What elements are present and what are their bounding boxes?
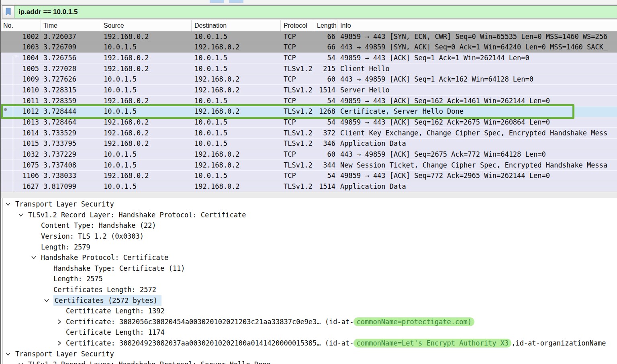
cell-length: 215: [314, 63, 337, 74]
detail-row[interactable]: Handshake Protocol: Certificate: [1, 252, 617, 263]
collapse-arrow-icon[interactable]: [5, 351, 11, 357]
detail-row[interactable]: Certificates (2572 bytes): [1, 295, 617, 306]
detail-row[interactable]: Version: TLS 1.2 (0x0303): [1, 231, 617, 242]
detail-row[interactable]: Transport Layer Security: [1, 199, 617, 210]
cell-source: 10.0.1.5: [101, 74, 192, 85]
collapse-arrow-icon[interactable]: [5, 201, 11, 207]
cell-info: 443 → 49859 [SYN, ACK] Seq=0 Ack=1 Win=6…: [337, 42, 617, 53]
packet-row-1015[interactable]: 10153.733795192.168.0.210.0.1.5TLSv1.234…: [1, 139, 617, 149]
detail-row[interactable]: Certificate Length: 1392: [1, 306, 617, 317]
collapse-arrow-icon[interactable]: [43, 297, 50, 304]
expand-arrow-icon[interactable]: [56, 319, 63, 325]
display-filter-bar: ip.addr == 10.0.1.5: [1, 4, 617, 20]
packet-list-pane: No. Time Source Destination Protocol Len…: [1, 20, 617, 192]
packet-row-1010[interactable]: 10103.72831510.0.1.5192.168.0.2TLSv1.215…: [1, 85, 617, 96]
detail-row[interactable]: TLSv1.2 Record Layer: Handshake Protocol…: [1, 210, 617, 221]
cell-no: 1014: [1, 128, 41, 138]
cell-length: 54: [314, 171, 337, 181]
detail-row[interactable]: Length: 2579: [1, 241, 617, 252]
cell-destination: 192.168.0.2: [192, 149, 281, 160]
cell-info: 49859 → 443 [ACK] Seq=162 Ack=1461 Win=2…: [337, 96, 617, 106]
packet-row-1013[interactable]: 10133.728464192.168.0.210.0.1.5TCP544985…: [1, 117, 617, 128]
detail-row[interactable]: Content Type: Handshake (22): [1, 220, 617, 231]
filter-frame: ip.addr == 10.0.1.5: [2, 5, 617, 18]
packet-row-1005[interactable]: 10053.727028192.168.0.210.0.1.5TLSv1.221…: [1, 63, 617, 74]
cell-destination: 192.168.0.2: [192, 42, 281, 53]
detail-row[interactable]: Certificates Length: 2572: [1, 284, 617, 295]
cell-no: 1106: [1, 171, 41, 181]
cell-protocol: TCP: [281, 117, 314, 127]
cell-protocol: TLSv1.2: [281, 106, 314, 117]
cell-destination: 10.0.1.5: [192, 117, 281, 127]
cell-destination: 10.0.1.5: [192, 31, 281, 42]
filter-bookmark-button[interactable]: [2, 6, 14, 18]
cell-source: 10.0.1.5: [101, 42, 192, 53]
toolbar-strip: [1, 0, 617, 4]
cell-no: 1009: [1, 74, 41, 85]
packet-row-1011[interactable]: 10113.728359192.168.0.210.0.1.5TCP544985…: [1, 96, 617, 106]
cell-info: Certificate, Server Hello Done: [337, 106, 617, 117]
pane-splitter[interactable]: [1, 192, 617, 198]
cell-protocol: TCP: [281, 149, 314, 160]
packet-row-1012[interactable]: 10123.72844410.0.1.5192.168.0.2TLSv1.212…: [1, 106, 617, 117]
detail-text: Transport Layer Security: [15, 199, 114, 210]
cell-info: Application Data: [337, 181, 617, 192]
cell-source: 192.168.0.2: [101, 31, 192, 42]
column-header-time[interactable]: Time: [41, 20, 101, 31]
column-header-no[interactable]: No.: [1, 20, 41, 31]
filter-input[interactable]: ip.addr == 10.0.1.5: [14, 6, 617, 18]
packet-row-1014[interactable]: 10143.733529192.168.0.210.0.1.5TLSv1.237…: [1, 128, 617, 139]
detail-text: Length: 2575: [53, 274, 103, 284]
cell-time: 3.728359: [41, 96, 101, 106]
cell-length: 346: [314, 139, 337, 149]
cell-time: 3.738033: [41, 171, 101, 181]
toolbar-button-remnant-2[interactable]: [229, 0, 243, 3]
cell-source: 10.0.1.5: [101, 149, 192, 160]
cell-time: 3.728315: [41, 85, 101, 95]
detail-row[interactable]: Handshake Type: Certificate (11): [1, 263, 617, 274]
cell-destination: 10.0.1.5: [192, 128, 281, 138]
packet-row-1032[interactable]: 10323.73722910.0.1.5192.168.0.2TCP60443 …: [1, 149, 617, 160]
cell-no: 1627: [1, 181, 41, 192]
detail-row[interactable]: TLSv1.2 Record Layer: Handshake Protocol…: [1, 359, 617, 364]
packet-row-1002[interactable]: 10023.726037192.168.0.210.0.1.5TCP664985…: [1, 31, 617, 42]
detail-row[interactable]: Certificate Length: 1174: [1, 327, 617, 338]
cell-destination: 10.0.1.5: [192, 139, 281, 149]
column-header-destination[interactable]: Destination: [192, 20, 281, 31]
cell-length: 372: [314, 128, 337, 138]
column-header-info[interactable]: Info: [337, 20, 617, 31]
cell-length: 1514: [314, 181, 337, 192]
detail-row[interactable]: Certificate: 3082056c30820454a0030201020…: [1, 317, 617, 327]
cell-no: 1013: [1, 117, 41, 127]
packet-rows: 10023.726037192.168.0.210.0.1.5TCP664985…: [1, 31, 617, 192]
detail-row[interactable]: Transport Layer Security: [1, 348, 617, 359]
cell-time: 3.727028: [41, 63, 101, 74]
conversation-bracket-corner: [13, 56, 17, 56]
detail-text: Handshake Type: Certificate (11): [53, 263, 185, 274]
packet-row-1004[interactable]: 10043.726756192.168.0.210.0.1.5TCP544985…: [1, 53, 617, 63]
cell-protocol: TCP: [281, 171, 314, 181]
collapse-arrow-icon[interactable]: [18, 361, 24, 364]
cell-protocol: TCP: [281, 74, 314, 85]
collapse-arrow-icon[interactable]: [18, 212, 24, 218]
toolbar-button-remnant-1[interactable]: [210, 0, 224, 3]
cell-no: 1015: [1, 139, 41, 149]
expand-arrow-icon[interactable]: [56, 340, 63, 346]
collapse-arrow-icon[interactable]: [31, 254, 37, 261]
cell-time: 3.726756: [41, 53, 101, 63]
packet-row-1627[interactable]: 16273.81709910.0.1.5192.168.0.2TLSv1.215…: [1, 181, 617, 192]
cell-length: 54: [314, 53, 337, 63]
detail-row[interactable]: Length: 2575: [1, 274, 617, 284]
detail-text-suffix: ,id-at-organizationName: [511, 339, 606, 347]
packet-row-1075[interactable]: 10753.73740810.0.1.5192.168.0.2TLSv1.234…: [1, 160, 617, 171]
column-header-protocol[interactable]: Protocol: [281, 20, 314, 31]
detail-row[interactable]: Certificate: 308204923082037aa0030201020…: [1, 338, 617, 349]
cell-protocol: TCP: [281, 42, 314, 53]
packet-row-1003[interactable]: 10033.72670910.0.1.5192.168.0.2TCP66443 …: [1, 42, 617, 53]
column-header-length[interactable]: Length: [314, 20, 337, 31]
detail-text: TLSv1.2 Record Layer: Handshake Protocol…: [28, 210, 246, 221]
packet-row-1009[interactable]: 10093.72762610.0.1.5192.168.0.2TCP60443 …: [1, 74, 617, 85]
detail-text: TLSv1.2 Record Layer: Handshake Protocol…: [28, 359, 271, 364]
packet-row-1106[interactable]: 11063.738033192.168.0.210.0.1.5TCP544985…: [1, 171, 617, 182]
column-header-source[interactable]: Source: [101, 20, 192, 31]
